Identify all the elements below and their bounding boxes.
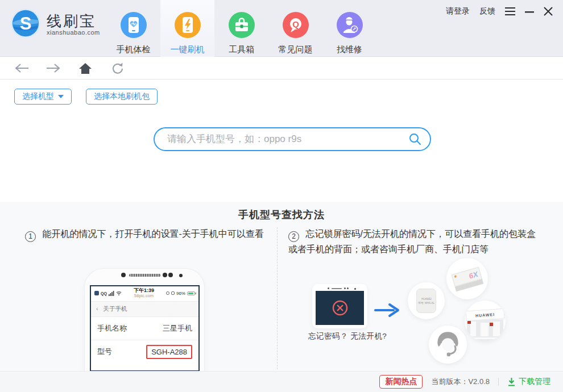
svg-text:Q: Q (292, 19, 299, 29)
back-card-model: 型号: MHA-AL (418, 301, 434, 305)
store-sign-red (490, 323, 493, 326)
row-label: 手机名称 (97, 323, 127, 333)
version-label: 当前版本：V2.0.8 (431, 377, 490, 387)
nav-item-one-key-flash[interactable]: 一键刷机 (160, 0, 214, 57)
battery-icon (187, 291, 195, 295)
store-illustration: HUAWEI (465, 301, 506, 341)
phone-name-row: 手机名称 三星手机 (91, 317, 198, 340)
nav-item-phone-check[interactable]: 手机体检 (106, 0, 160, 57)
about-phone-screen: QQ 下午1:39 58pic.com (90, 285, 200, 372)
phone-model-row: 型号 SGH-A288 (91, 340, 198, 363)
repairman-icon (337, 12, 363, 38)
download-manager-button[interactable]: 下载管理 (507, 377, 550, 387)
arrow-right-icon (374, 303, 400, 320)
nav-item-toolbox[interactable]: 工具箱 (214, 0, 268, 57)
app-header: S 线刷宝 xianshuabao.com 手机体检 (0, 0, 563, 57)
browser-toolbar (0, 57, 563, 80)
refresh-icon[interactable] (109, 62, 125, 74)
app-logo: S 线刷宝 xianshuabao.com (10, 8, 100, 41)
menu-icon[interactable] (505, 7, 515, 15)
qq-label: QQ (101, 291, 107, 295)
footer-divider (498, 378, 499, 386)
step-1-text: 能开机的情况下，打开手机的设置-关于手机中可以查看 (42, 229, 263, 239)
sensor-dot (179, 274, 183, 277)
step-2-number: 2 (288, 231, 299, 242)
retail-box-illustration: 6X (446, 258, 488, 299)
action-buttons: 选择机型 选择本地刷机包 (14, 89, 158, 105)
camera-dot (328, 287, 329, 289)
back-chevron-icon: ‹ (96, 305, 98, 312)
model-guide-section: 手机型号查找方法 1 能开机的情况下，打开手机的设置-关于手机中可以查看 2 忘… (0, 202, 563, 371)
select-model-label: 选择机型 (22, 91, 54, 102)
store-brand-label: HUAWEI (475, 312, 495, 317)
login-link[interactable]: 请登录 (446, 6, 470, 16)
row-label: 型号 (97, 347, 112, 357)
main-nav: 手机体检 一键刷机 工具箱 (106, 0, 376, 57)
error-cross-icon (331, 299, 349, 317)
status-bar: 新闻热点 当前版本：V2.0.8 下载管理 (0, 371, 563, 392)
guide-title: 手机型号查找方法 (0, 202, 563, 222)
select-local-package-button[interactable]: 选择本地刷机包 (86, 89, 158, 105)
search-input[interactable] (154, 127, 431, 151)
select-model-button[interactable]: 选择机型 (14, 89, 72, 105)
sensor-dot (168, 273, 173, 277)
nav-item-repair[interactable]: 找维修 (322, 0, 376, 57)
about-phone-back-row: ‹ 关于手机 (91, 301, 198, 317)
forward-icon[interactable] (45, 62, 61, 74)
nav-label: 手机体检 (117, 44, 151, 55)
customer-service-illustration (429, 326, 467, 364)
phone-statusbar: QQ 下午1:39 58pic.com (91, 286, 198, 300)
phone-check-icon (121, 12, 147, 38)
minimize-icon[interactable] (525, 7, 534, 15)
camera-dot (121, 273, 126, 277)
close-icon[interactable] (544, 7, 553, 16)
header-right-controls: 请登录 反馈 (446, 6, 553, 16)
store-interior (467, 319, 503, 341)
speaker-grille (129, 274, 161, 277)
phone-site: 58pic.com (134, 293, 154, 299)
app-icon (94, 291, 99, 295)
row-value: 三星手机 (163, 323, 192, 333)
box-logo-dot (454, 275, 457, 278)
logo-domain: xianshuabao.com (47, 29, 100, 36)
locked-phone-caption: 忘记密码？ 无法开机? (308, 331, 411, 341)
search-icon[interactable] (409, 133, 421, 148)
orientation-icon (166, 291, 169, 295)
about-row-label: 关于手机 (103, 305, 127, 312)
nav-label: 工具箱 (229, 44, 254, 55)
logo-s-icon: S (10, 8, 41, 41)
back-icon[interactable] (14, 62, 30, 74)
battery-percent: 96% (176, 291, 185, 296)
chevron-down-icon (58, 95, 64, 98)
question-bubble-icon: Q (283, 12, 309, 38)
nav-label: 找维修 (337, 44, 362, 55)
phone-flash-icon (175, 12, 201, 38)
customer-service-icon (429, 326, 467, 364)
locked-phone-screen (316, 291, 364, 325)
download-icon (507, 377, 516, 386)
sensor-dot (347, 287, 349, 289)
logo-title: 线刷宝 (47, 13, 100, 29)
sensor-dot (163, 273, 167, 277)
feedback-link[interactable]: 反馈 (479, 6, 495, 16)
phone-time: 下午1:39 (134, 287, 154, 293)
about-phone-illustration: QQ 下午1:39 58pic.com (84, 268, 205, 371)
locked-phone-illustration (312, 284, 367, 328)
dashed-divider (277, 227, 278, 369)
news-hotspot-badge[interactable]: 新闻热点 (379, 375, 423, 389)
step-1-number: 1 (25, 231, 36, 242)
signal-icon (109, 291, 114, 296)
wifi-icon (116, 291, 122, 295)
back-card-brand: HUAWEI (421, 297, 432, 301)
box-model-label: 6X (468, 270, 479, 281)
model-number-highlight: SGH-A288 (146, 345, 192, 359)
nav-label: 一键刷机 (171, 44, 205, 55)
nav-item-faq[interactable]: Q 常见问题 (268, 0, 322, 57)
svg-text:S: S (20, 14, 32, 34)
guide-step-2: 2 忘记锁屏密码/无法开机的情况下，可以查看手机的包装盒或者手机的背面；或者咨询… (288, 227, 543, 257)
model-search (154, 127, 431, 151)
sensor-dot (344, 287, 346, 289)
select-local-package-label: 选择本地刷机包 (94, 91, 150, 102)
home-icon[interactable] (77, 62, 93, 74)
nav-label: 常见问题 (279, 44, 313, 55)
